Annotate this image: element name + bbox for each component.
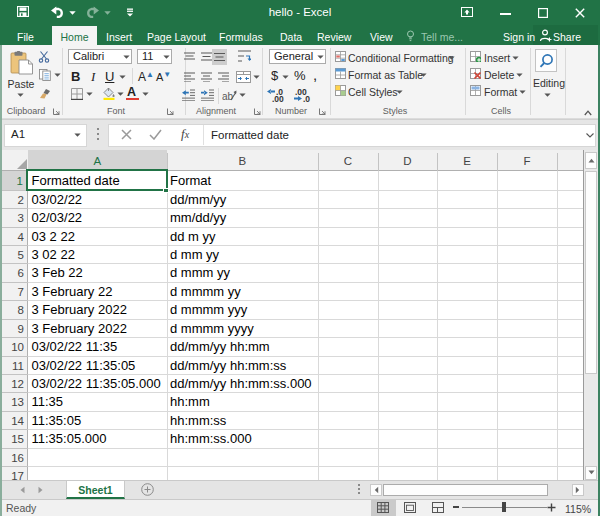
- svg-text:ab: ab: [222, 91, 234, 102]
